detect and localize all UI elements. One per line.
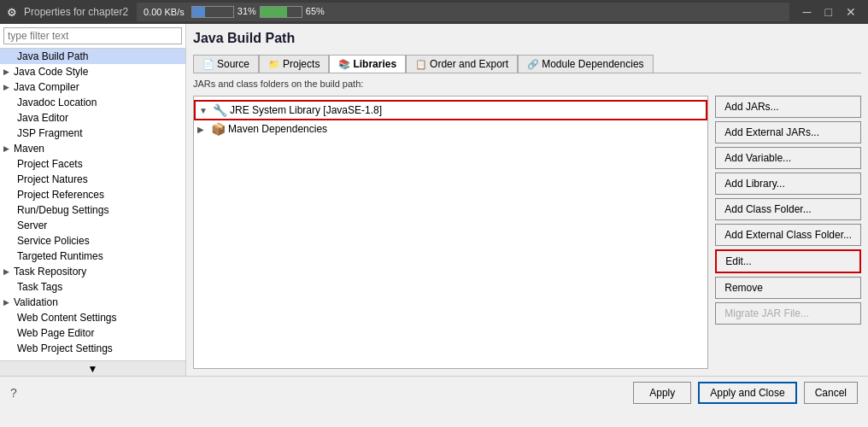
sidebar-item-label: Web Content Settings (17, 312, 182, 324)
cancel-button[interactable]: Cancel (804, 382, 858, 404)
build-path-area: ▼🔧JRE System Library [JavaSE-1.8]▶📦Maven… (193, 96, 861, 369)
help-icon[interactable]: ? (10, 386, 17, 400)
tree-item[interactable]: ▼🔧JRE System Library [JavaSE-1.8] (194, 100, 707, 120)
title-bar-left: ⚙ Properties for chapter2 (7, 6, 128, 19)
progress-fill-2 (261, 7, 287, 17)
minimize-button[interactable]: ─ (798, 5, 817, 19)
tab-order-and-export[interactable]: 📋Order and Export (406, 55, 518, 73)
sidebar-item-label: Web Page Editor (17, 327, 182, 339)
sidebar-item-label: Java Compiler (14, 81, 182, 93)
prog1-label: 31% (238, 6, 256, 18)
sidebar-item[interactable]: ▶Java Compiler (0, 79, 185, 95)
sidebar-item[interactable]: Project Facets (0, 156, 185, 172)
tree-item-label: JRE System Library [JavaSE-1.8] (230, 104, 382, 116)
sidebar-scroll-down[interactable]: ▼ (0, 360, 185, 376)
title-bar-controls: ─ □ ✕ (798, 5, 861, 19)
sidebar-item-label: Javadoc Location (17, 97, 182, 108)
sidebar-item-label: Java Build Path (17, 50, 182, 62)
action-button-add-class-folder-[interactable]: Add Class Folder... (715, 198, 861, 220)
tab-icon: 📋 (415, 59, 427, 70)
sidebar-item[interactable]: Web Project Settings (0, 341, 185, 356)
sidebar-item-label: Web Project Settings (17, 342, 182, 354)
tab-label: Source (217, 58, 249, 70)
tab-module-dependencies[interactable]: 🔗Module Dependencies (518, 55, 653, 73)
tabs-bar: 📄Source📁Projects📚Libraries📋Order and Exp… (193, 55, 861, 73)
sidebar-item-label: Server (17, 219, 182, 231)
sidebar-item[interactable]: ▶Maven (0, 141, 185, 156)
sidebar-item[interactable]: ▶Validation (0, 295, 185, 310)
progress-bars: 31% 65% (191, 6, 325, 18)
build-path-subtitle: JARs and class folders on the build path… (193, 79, 861, 89)
tree-arrow: ▼ (199, 106, 213, 115)
filter-input[interactable] (3, 27, 182, 44)
sidebar-item-label: Project Natures (17, 173, 182, 185)
apply-close-button[interactable]: Apply and Close (698, 382, 796, 404)
sidebar-item[interactable]: JSP Fragment (0, 126, 185, 141)
sidebar-item-label: Java Code Style (14, 66, 182, 78)
sidebar-item[interactable]: Server (0, 218, 185, 233)
close-button[interactable]: ✕ (841, 5, 861, 19)
sidebar-item[interactable]: Task Tags (0, 279, 185, 295)
speed-value: 0.00 KB/s (144, 7, 185, 17)
tree-arrow: ▶ (197, 125, 211, 134)
maximize-button[interactable]: □ (820, 5, 837, 19)
action-button-add-jars-[interactable]: Add JARs... (715, 96, 861, 118)
tab-label: Order and Export (430, 58, 508, 70)
tree-item[interactable]: ▶📦Maven Dependencies (194, 120, 707, 137)
action-button-add-external-jars-[interactable]: Add External JARs... (715, 121, 861, 143)
properties-dialog: Java Build Path▶Java Code Style▶Java Com… (0, 24, 868, 408)
sidebar-item[interactable]: Java Build Path (0, 49, 185, 64)
tree-item-label: Maven Dependencies (228, 123, 327, 135)
window-title: Properties for chapter2 (24, 6, 128, 18)
sidebar-item[interactable]: Web Page Editor (0, 325, 185, 341)
action-button-add-external-class-folder-[interactable]: Add External Class Folder... (715, 224, 861, 246)
tab-label: Projects (283, 58, 320, 70)
sidebar-item-label: Validation (14, 296, 182, 308)
action-button-edit-[interactable]: Edit... (715, 249, 861, 273)
speed-bar: 0.00 KB/s 31% 65% (137, 3, 789, 21)
apply-button[interactable]: Apply (633, 382, 691, 404)
sidebar-item[interactable]: ▶Java Code Style (0, 64, 185, 79)
main-panel: Java Build Path 📄Source📁Projects📚Librari… (186, 24, 868, 376)
sidebar-item[interactable]: Web Content Settings (0, 310, 185, 325)
sidebar-item-label: Service Policies (17, 235, 182, 247)
sidebar-item[interactable]: ▶Task Repository (0, 264, 185, 279)
app-icon: ⚙ (7, 6, 17, 19)
tab-icon: 🔗 (527, 59, 539, 70)
sidebar-item[interactable]: Project References (0, 187, 185, 202)
sidebar-item-label: Project Facets (17, 158, 182, 170)
bottom-right-buttons: Apply Apply and Close Cancel (633, 382, 858, 404)
sidebar-item[interactable]: Run/Debug Settings (0, 202, 185, 218)
sidebar-item[interactable]: Java Editor (0, 110, 185, 126)
tree-area: ▼🔧JRE System Library [JavaSE-1.8]▶📦Maven… (193, 96, 708, 369)
action-button-remove[interactable]: Remove (715, 277, 861, 299)
action-button-add-variable-[interactable]: Add Variable... (715, 147, 861, 169)
sidebar-arrow: ▶ (3, 267, 14, 276)
sidebar-filter-area (0, 24, 185, 49)
action-button-migrate-jar-file-: Migrate JAR File... (715, 302, 861, 325)
buttons-panel: Add JARs...Add External JARs...Add Varia… (715, 96, 861, 369)
tab-icon: 📄 (202, 59, 214, 70)
sidebar-item[interactable]: Javadoc Location (0, 95, 185, 110)
sidebar-list: Java Build Path▶Java Code Style▶Java Com… (0, 49, 185, 360)
bottom-bar: ? Apply Apply and Close Cancel (0, 376, 868, 408)
main-title: Java Build Path (193, 31, 861, 46)
sidebar-item[interactable]: Targeted Runtimes (0, 249, 185, 264)
tab-label: Libraries (353, 58, 396, 70)
sidebar-arrow: ▶ (3, 83, 14, 91)
sidebar-item-label: Run/Debug Settings (17, 204, 182, 216)
tab-source[interactable]: 📄Source (193, 55, 259, 73)
title-bar: ⚙ Properties for chapter2 0.00 KB/s 31% … (0, 0, 868, 24)
progress-bar-1 (191, 6, 234, 18)
tab-projects[interactable]: 📁Projects (259, 55, 329, 73)
progress-bar-2 (260, 6, 302, 18)
sidebar-item-label: Targeted Runtimes (17, 250, 182, 262)
sidebar-item[interactable]: Project Natures (0, 172, 185, 187)
tree-item-icon: 🔧 (213, 103, 228, 117)
sidebar-item[interactable]: Service Policies (0, 233, 185, 249)
sidebar-item-label: Project References (17, 189, 182, 201)
dialog-content: Java Build Path▶Java Code Style▶Java Com… (0, 24, 868, 376)
tab-libraries[interactable]: 📚Libraries (329, 55, 406, 73)
action-button-add-library-[interactable]: Add Library... (715, 173, 861, 195)
tab-label: Module Dependencies (542, 58, 643, 70)
